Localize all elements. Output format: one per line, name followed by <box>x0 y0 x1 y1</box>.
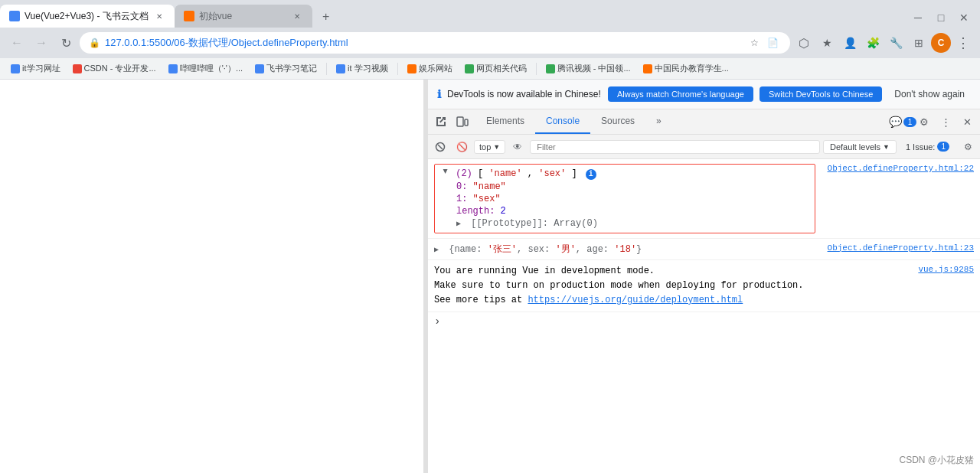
array-count: (2) <box>456 168 478 179</box>
obj-close: } <box>636 244 642 255</box>
dismiss-button[interactable]: Don't show again <box>888 86 971 103</box>
tab-title-1: Vue(Vue2+Vue3) - 飞书云文档 <box>24 10 149 23</box>
devtools-panel: ℹ DevTools is now available in Chinese! … <box>427 80 980 473</box>
chevron-down-icon: ▼ <box>493 143 500 151</box>
switch-chinese-button[interactable]: Switch DevTools to Chinese <box>760 86 882 102</box>
tab-console[interactable]: Console <box>535 109 590 134</box>
array-info-icon[interactable]: i <box>586 169 596 180</box>
sidebar-button[interactable]: ⊞ <box>908 32 929 54</box>
array-prototype[interactable]: ▶ [[Prototype]]: Array(0) <box>456 217 808 230</box>
notification-text: DevTools is now available in Chinese! <box>447 89 602 99</box>
browser-chrome: Vue(Vue2+Vue3) - 飞书云文档 ✕ 初始vue ✕ + ─ □ ✕… <box>0 0 980 80</box>
array-expanded-content: 0: "name" 1: "sex" length: 2 <box>441 181 808 230</box>
info-icon: ℹ <box>437 88 441 100</box>
tab-elements[interactable]: Elements <box>475 109 535 134</box>
close-devtools-icon[interactable]: ✕ <box>957 112 977 132</box>
extension2-button[interactable]: 🔧 <box>885 32 906 54</box>
restore-button[interactable]: □ <box>931 8 951 28</box>
new-tab-button[interactable]: + <box>315 6 337 28</box>
bookmark-bilibili[interactable]: 哔哩哔哩（'·'）... <box>164 61 247 76</box>
bookmark-tencent[interactable]: 腾讯视频 - 中国领... <box>541 61 635 76</box>
url-bar[interactable]: 🔒 127.0.0.1:5500/06-数据代理/Object.definePr… <box>80 32 790 54</box>
extensions-button[interactable]: ⬡ <box>793 32 815 54</box>
tab-sources[interactable]: Sources <box>590 109 645 134</box>
bookmark-video-learning[interactable]: it 学习视频 <box>332 61 393 76</box>
reload-button[interactable]: ↻ <box>55 32 77 54</box>
star-button[interactable]: ★ <box>816 32 838 54</box>
account-button[interactable]: 👤 <box>839 32 861 54</box>
bookmark-icon[interactable]: ☆ <box>746 34 763 51</box>
tab-close-2[interactable]: ✕ <box>291 10 303 22</box>
bookmark-label-1: it学习网址 <box>22 63 60 74</box>
address-bar: ← → ↻ 🔒 127.0.0.1:5500/06-数据代理/Object.de… <box>0 28 980 58</box>
console-prompt: › <box>428 312 980 331</box>
console-content: ▶ (2) [ 'name' , 'sex' ] i 0: <box>428 159 980 473</box>
vue-line-1: You are running Vue in development mode. <box>434 264 906 279</box>
clear-console-button[interactable] <box>431 138 449 156</box>
svg-line-3 <box>438 145 443 149</box>
bookmark-icon-1 <box>11 64 20 73</box>
tab-close-1[interactable]: ✕ <box>153 10 165 22</box>
array-summary[interactable]: ▶ (2) [ 'name' , 'sex' ] i <box>441 168 808 181</box>
expand-arrow-2[interactable]: ▶ <box>434 245 443 254</box>
bookmark-entertainment[interactable]: 娱乐网站 <box>403 61 457 76</box>
bookmark-label-7: 网页相关代码 <box>476 63 527 74</box>
devtools-settings-icon[interactable]: ⚙ <box>959 138 977 156</box>
bookmark-it-learning[interactable]: it学习网址 <box>6 61 65 76</box>
key-0: 0: <box>456 181 473 192</box>
url-actions: ☆ 📄 <box>746 34 781 51</box>
source-link-3[interactable]: vue.js:9285 <box>912 262 980 277</box>
top-label: top <box>479 142 491 152</box>
bookmark-icon-4 <box>255 64 264 73</box>
devtools-tabs: Elements Console Sources » <box>475 109 890 134</box>
issue-badge[interactable]: 1 Issue: 1 <box>900 140 956 153</box>
devtools-toolbar: Elements Console Sources » 💬 1 ⚙ ⋮ ✕ <box>428 109 980 135</box>
customize-icon[interactable]: ⋮ <box>936 112 956 132</box>
bookmark-csdn[interactable]: CSDN - 专业开发... <box>68 61 161 76</box>
block-icon[interactable]: 🚫 <box>452 138 471 156</box>
tab-inactive[interactable]: 初始vue ✕ <box>175 5 312 28</box>
tab-active[interactable]: Vue(Vue2+Vue3) - 飞书云文档 ✕ <box>0 5 175 28</box>
array-item-1-val: 'sex' <box>538 168 566 179</box>
bookmark-education[interactable]: 中国民办教育学生... <box>639 61 733 76</box>
url-text: 127.0.0.1:5500/06-数据代理/Object.defineProp… <box>105 36 741 50</box>
console-messages-icon[interactable]: 💬 1 <box>893 112 913 132</box>
bookmark-web-code[interactable]: 网页相关代码 <box>460 61 531 76</box>
match-language-button[interactable]: Always match Chrome's language <box>608 86 753 102</box>
eye-icon[interactable]: 👁 <box>508 138 527 156</box>
filter-input[interactable] <box>530 140 820 154</box>
prototype-arrow[interactable]: ▶ <box>456 219 466 228</box>
array-output: ▶ (2) [ 'name' , 'sex' ] i 0: <box>434 164 815 233</box>
obj-sex-val: '男' <box>555 244 575 255</box>
vue-link[interactable]: https://vuejs.org/guide/deployment.html <box>528 295 743 305</box>
avatar[interactable]: C <box>931 33 951 53</box>
obj-name-val: '张三' <box>488 244 517 255</box>
source-link-2[interactable]: Object.defineProperty.html:23 <box>822 240 980 256</box>
bookmark-feishu[interactable]: 飞书学习笔记 <box>250 61 322 76</box>
settings-icon[interactable]: ⚙ <box>914 112 934 132</box>
levels-chevron-icon: ▼ <box>883 143 890 151</box>
bookmark-icon-9 <box>643 64 652 73</box>
bookmark-label-9: 中国民办教育学生... <box>655 63 729 74</box>
forward-button[interactable]: → <box>31 32 52 54</box>
device-toolbar-icon[interactable] <box>452 112 472 132</box>
browser-actions: ⬡ ★ 👤 🧩 🔧 ⊞ C ⋮ <box>793 32 974 54</box>
inspect-element-icon[interactable] <box>431 112 451 132</box>
bookmark-icon-5 <box>336 64 345 73</box>
console-entry-array: ▶ (2) [ 'name' , 'sex' ] i 0: <box>428 159 980 239</box>
minimize-button[interactable]: ─ <box>908 8 928 28</box>
source-link-1[interactable]: Object.defineProperty.html:22 <box>822 161 980 176</box>
extension1-button[interactable]: 🧩 <box>862 32 884 54</box>
back-button[interactable]: ← <box>6 32 28 54</box>
execution-context-selector[interactable]: top ▼ <box>474 140 505 154</box>
bookmark-label-4: 飞书学习笔记 <box>266 63 317 74</box>
default-levels-label: Default levels <box>830 142 880 152</box>
expand-arrow-1[interactable]: ▶ <box>441 169 450 178</box>
val-length: 2 <box>501 206 506 217</box>
default-levels-selector[interactable]: Default levels ▼ <box>823 140 897 154</box>
tab-more[interactable]: » <box>645 109 672 134</box>
close-button[interactable]: ✕ <box>954 8 974 28</box>
val-0: "name" <box>473 181 506 192</box>
read-mode-icon[interactable]: 📄 <box>764 34 781 51</box>
menu-button[interactable]: ⋮ <box>952 32 974 54</box>
